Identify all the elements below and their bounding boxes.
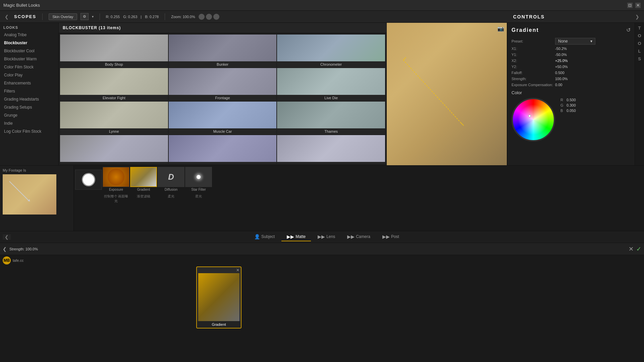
exposure-row: Exposure Compensation: 0.00 xyxy=(512,83,631,87)
restore-button[interactable]: ⊡ xyxy=(627,3,633,8)
look-item-elevator-fight[interactable]: Elevator Fight xyxy=(60,68,168,101)
sidebar-item-blockbuster-warm[interactable]: Blockbuster Warm xyxy=(0,55,58,63)
sidebar-item-blockbuster-cool[interactable]: Blockbuster Cool xyxy=(0,47,58,55)
sidebar-item-indie[interactable]: Indie xyxy=(0,119,58,127)
tab-camera[interactable]: ▶▶Camera xyxy=(342,233,376,241)
circle-2 xyxy=(206,14,212,20)
close-button[interactable]: ✕ xyxy=(635,3,641,8)
tool-o2[interactable]: O xyxy=(638,41,641,46)
y2-row: Y2: +50.0% xyxy=(512,65,631,69)
preset-dropdown[interactable]: None ▾ xyxy=(555,38,595,45)
tab-matte[interactable]: ▶▶Matte xyxy=(281,233,311,241)
look-item-thames[interactable]: Thames xyxy=(277,102,385,134)
bottom-left-arrow[interactable]: ❮ xyxy=(3,234,11,240)
cn-label-exposure: 控制整个 画面曝光 xyxy=(103,194,129,203)
look-item-muscle-car[interactable]: Muscle Car xyxy=(169,102,277,134)
look-item-lynne[interactable]: Lynne xyxy=(60,102,168,134)
strength-row: Strength: 100.0% xyxy=(512,77,631,81)
logo-text: tafe.cc xyxy=(13,258,23,262)
colorfilter-item[interactable]: Gradient xyxy=(130,167,157,192)
tab-icon-post: ▶▶ xyxy=(382,234,390,239)
look-item-partial-1[interactable] xyxy=(60,135,168,164)
sidebar-item-color-film-stock[interactable]: Color Film Stock xyxy=(0,63,58,71)
titlebar: Magic Bullet Looks ⊡ ✕ xyxy=(0,0,644,11)
footage-arrow-icon xyxy=(9,181,29,200)
controls-panel: Gradient ↺ Preset: None ▾ X1: -50.2% Y1:… xyxy=(507,23,635,165)
tab-label-post: Post xyxy=(391,234,399,239)
status-left-arrow[interactable]: ❮ xyxy=(3,246,7,252)
look-item-live-die[interactable]: Live Die xyxy=(277,68,385,101)
cn-label-star: 星光 xyxy=(185,194,212,203)
confirm-button[interactable]: ✓ xyxy=(636,245,641,253)
tab-subject[interactable]: 👤Subject xyxy=(249,233,280,241)
starfilter-item[interactable]: Star Filter xyxy=(185,167,212,192)
sidebar-item-grading-headstarts[interactable]: Grading Headstarts xyxy=(0,95,58,103)
effects-row: Exposure Gradient D Diffusion xyxy=(74,166,644,193)
falloff-label: Falloff: xyxy=(512,71,555,75)
tool-t[interactable]: T xyxy=(638,25,641,31)
circle-tool-item[interactable] xyxy=(75,170,102,190)
sidebar-item-grunge[interactable]: Grunge xyxy=(0,111,58,119)
look-item-bunker[interactable]: Bunker xyxy=(169,35,277,67)
tab-label-lens: Lens xyxy=(326,234,335,239)
svg-line-0 xyxy=(403,60,461,123)
skin-overlay-button[interactable]: Skin Overlay xyxy=(49,13,77,20)
exposure-item[interactable]: Exposure xyxy=(103,167,129,192)
diffusion-item[interactable]: D Diffusion xyxy=(158,167,184,192)
left-nav-button[interactable]: ❮ xyxy=(3,14,11,19)
look-item-frontage[interactable]: Frontage xyxy=(169,68,277,101)
sidebar-item-color-play[interactable]: Color Play xyxy=(0,71,58,79)
look-item-partial-3[interactable] xyxy=(277,135,385,164)
cancel-button[interactable]: ✕ xyxy=(629,245,634,253)
sidebar-item-enhancements[interactable]: Enhancements xyxy=(0,79,58,87)
gear-dropdown-arrow[interactable]: ▾ xyxy=(92,15,94,18)
camera-icon[interactable]: 📷 xyxy=(497,25,504,32)
look-label-live-die: Live Die xyxy=(277,95,385,101)
content-area: LOOKS Analog TribeBlockbusterBlockbuster… xyxy=(0,23,644,165)
tool-s[interactable]: S xyxy=(638,56,641,61)
sidebar-item-log-color-film-stock[interactable]: Log Color Film Stock xyxy=(0,127,58,135)
scopes-label: SCOPES xyxy=(14,14,36,19)
look-label-muscle-car: Muscle Car xyxy=(169,128,277,134)
x2-row: X2: +25.0% xyxy=(512,59,631,63)
sidebar-item-grading-setups[interactable]: Grading Setups xyxy=(0,103,58,111)
strength-status-label: Strength: 100.0% xyxy=(9,247,626,251)
r-value: R: 0.255 xyxy=(106,15,120,19)
svg-line-2 xyxy=(461,123,464,126)
r-row: R 0.500 xyxy=(560,98,576,102)
r-channel-value: 0.500 xyxy=(567,98,576,102)
tab-post[interactable]: ▶▶Post xyxy=(377,233,405,241)
color-wheel[interactable] xyxy=(512,98,555,141)
look-label-thames: Thames xyxy=(277,128,385,134)
tool-o1[interactable]: O xyxy=(638,33,641,38)
strength-label: Strength: xyxy=(512,77,555,81)
look-item-partial-2[interactable] xyxy=(169,135,277,164)
look-item-body-shop[interactable]: Body Shop xyxy=(60,35,168,67)
diffusion-symbol: D xyxy=(168,172,174,182)
sidebar-item-filters[interactable]: Filters xyxy=(0,87,58,95)
sidebar-item-blockbuster[interactable]: Blockbuster xyxy=(0,39,58,47)
preset-value: None xyxy=(558,39,568,44)
right-nav-button[interactable]: ❯ xyxy=(633,14,641,19)
status-actions: ✕ ✓ xyxy=(629,245,641,253)
tool-l[interactable]: L xyxy=(638,49,641,54)
gear-button[interactable]: ⚙ xyxy=(80,13,89,20)
preset-dropdown-arrow: ▾ xyxy=(590,39,592,44)
y2-value: +50.0% xyxy=(555,65,568,69)
popup-close-button[interactable]: ✕ xyxy=(236,268,239,273)
look-thumb-partial-1 xyxy=(60,135,168,162)
look-thumb-partial-2 xyxy=(169,135,277,162)
y1-row: Y1: -50.0% xyxy=(512,53,631,57)
reset-button[interactable]: ↺ xyxy=(626,27,631,33)
falloff-row: Falloff: 0.500 xyxy=(512,71,631,75)
tab-lens[interactable]: ▶▶Lens xyxy=(312,233,340,241)
zoom-level: Zoom: 100.0% xyxy=(171,15,195,19)
color-wheel-dot[interactable] xyxy=(528,115,531,117)
topbar-circles xyxy=(199,14,219,20)
y1-value: -50.0% xyxy=(555,53,567,57)
sidebar-item-analog-tribe[interactable]: Analog Tribe xyxy=(0,31,58,39)
b-value: B: 0.278 xyxy=(145,15,159,19)
colorfilter-thumb xyxy=(130,167,157,187)
right-tools: T O O L S xyxy=(635,23,644,165)
look-item-chronometer[interactable]: Chronometer xyxy=(277,35,385,67)
